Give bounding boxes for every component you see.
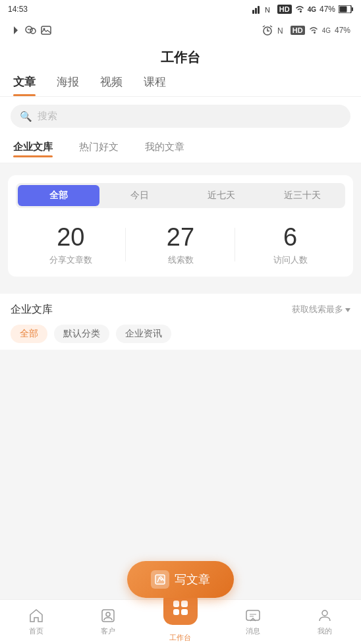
svg-text:N: N	[265, 6, 270, 14]
stat-visitors: 6 访问人数	[235, 224, 345, 266]
nav-item-home[interactable]: 首页	[0, 603, 72, 641]
hd-badge2: HD	[291, 26, 305, 35]
svg-point-21	[322, 610, 327, 616]
stat-articles-label: 分享文章数	[16, 254, 126, 266]
svg-rect-1	[255, 8, 257, 14]
page-header: 工作台	[0, 42, 361, 69]
content-section-title: 企业文库	[11, 303, 53, 317]
battery2: 47%	[335, 26, 350, 35]
search-container: 🔍 搜索	[0, 97, 361, 136]
svg-point-10	[28, 29, 29, 30]
tab-course[interactable]: 课程	[144, 74, 166, 96]
tab-article[interactable]: 文章	[13, 74, 36, 96]
divider-1	[0, 163, 361, 169]
svg-rect-5	[340, 7, 347, 13]
sub-tab-popular[interactable]: 热门好文	[79, 141, 119, 157]
content-section: 企业文库 获取线索最多 全部 默认分类 企业资讯	[0, 294, 361, 350]
svg-text:N: N	[277, 26, 283, 36]
network-type: 4G	[308, 6, 316, 13]
nav-mine-label: 我的	[318, 626, 332, 636]
sub-tab-library[interactable]: 企业文库	[13, 141, 53, 157]
period-filter: 全部 今日 近七天 近三十天	[16, 183, 345, 208]
nav-home-label: 首页	[29, 626, 43, 636]
sort-label: 获取线索最多	[292, 304, 343, 315]
cat-tag-all[interactable]: 全部	[11, 325, 47, 343]
write-button-container: 写文章	[127, 561, 234, 598]
cat-tag-enterprise[interactable]: 企业资讯	[116, 325, 171, 343]
search-placeholder-text: 搜索	[38, 110, 57, 122]
edit-icon	[154, 574, 166, 585]
stats-row: 20 分享文章数 27 线索数 6 访问人数	[16, 219, 345, 269]
main-tabs: 文章 海报 视频 课程	[0, 69, 361, 97]
wechat-icon	[25, 25, 37, 36]
svg-point-19	[106, 612, 110, 616]
category-tags: 全部 默认分类 企业资讯	[11, 325, 350, 343]
cat-tag-default[interactable]: 默认分类	[54, 325, 109, 343]
tab-video[interactable]: 视频	[100, 74, 123, 96]
arrow-icon	[11, 25, 21, 36]
svg-rect-2	[258, 6, 260, 14]
message-icon	[245, 608, 261, 624]
stat-clues-number: 27	[126, 224, 236, 252]
stat-visitors-number: 6	[235, 224, 345, 252]
nav-message-label: 消息	[246, 626, 260, 636]
period-all[interactable]: 全部	[18, 185, 99, 206]
stat-clues: 27 线索数	[126, 224, 236, 266]
svg-rect-0	[252, 10, 254, 14]
svg-point-8	[26, 26, 32, 33]
wifi-icon	[295, 5, 304, 13]
stats-section: 全部 今日 近七天 近三十天 20 分享文章数 27 线索数 6 访问人数	[8, 175, 353, 277]
nfc2-icon: N	[277, 25, 287, 36]
stat-visitors-label: 访问人数	[235, 254, 345, 266]
period-30days[interactable]: 近三十天	[262, 185, 344, 206]
divider-2	[0, 283, 361, 288]
status-icons: N HD 4G 47%	[252, 5, 353, 14]
chevron-down-icon	[345, 308, 350, 312]
nfc-icon: N	[265, 5, 274, 14]
page-title: 工作台	[161, 50, 200, 65]
user-icon	[317, 608, 333, 624]
phone-status-bar: 14:53 N HD 4G 47%	[0, 0, 361, 18]
customer-icon	[100, 608, 116, 624]
write-article-button[interactable]: 写文章	[127, 561, 234, 598]
nav-workbench-label: 工作台	[169, 633, 191, 643]
search-icon: 🔍	[20, 111, 32, 122]
battery-icon	[339, 5, 353, 13]
svg-point-9	[30, 28, 36, 34]
hd-badge: HD	[277, 5, 292, 14]
app-status-left-icons	[11, 25, 51, 36]
period-today[interactable]: 今日	[99, 185, 181, 206]
svg-point-17	[160, 576, 161, 577]
tab-poster[interactable]: 海报	[57, 74, 79, 96]
sort-dropdown[interactable]: 获取线索最多	[292, 304, 350, 315]
stat-clues-label: 线索数	[126, 254, 236, 266]
write-button-label: 写文章	[175, 572, 210, 587]
sub-tabs: 企业文库 热门好文 我的文章	[0, 136, 361, 163]
nav-item-mine[interactable]: 我的	[289, 603, 361, 641]
svg-rect-12	[42, 26, 51, 34]
content-header: 企业文库 获取线索最多	[11, 303, 350, 317]
svg-point-11	[30, 29, 31, 30]
write-icon	[151, 570, 169, 589]
status-time: 14:53	[8, 5, 28, 14]
nav-item-customer[interactable]: 客户	[72, 603, 145, 641]
stat-articles: 20 分享文章数	[16, 224, 126, 266]
stat-articles-number: 20	[16, 224, 126, 252]
nav-customer-label: 客户	[101, 626, 115, 636]
nav-item-message[interactable]: 消息	[217, 603, 289, 641]
battery-percent: 47%	[319, 5, 335, 14]
period-7days[interactable]: 近七天	[180, 185, 262, 206]
svg-marker-7	[14, 26, 18, 34]
app-status-bar: N HD 4G 47%	[0, 18, 361, 42]
network2: 4G	[322, 27, 331, 34]
search-box[interactable]: 🔍 搜索	[11, 105, 350, 128]
grid-icon	[173, 601, 188, 615]
wifi2-icon	[309, 26, 318, 34]
svg-rect-6	[352, 7, 353, 11]
app-status-right-icons: N HD 4G 47%	[262, 25, 350, 36]
bottom-nav: 首页 客户 工作台 消息	[0, 599, 361, 644]
sub-tab-mine[interactable]: 我的文章	[145, 141, 184, 157]
signal-icon	[252, 5, 262, 14]
home-icon	[28, 608, 44, 624]
image-icon	[41, 25, 51, 36]
